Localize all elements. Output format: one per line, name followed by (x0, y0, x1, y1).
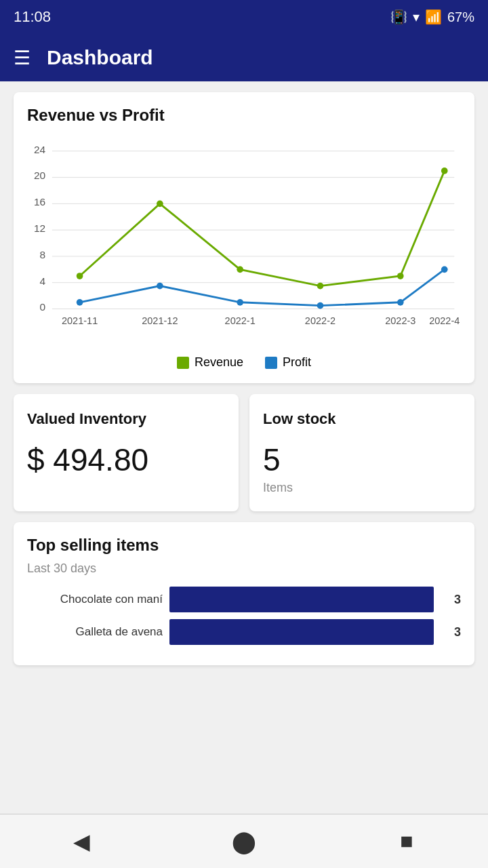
svg-point-25 (441, 167, 448, 174)
svg-point-20 (77, 273, 83, 279)
legend-revenue: Revenue (177, 355, 243, 370)
status-bar: 11:08 📳 ▾ 📶 67% (0, 0, 488, 34)
bar-label-2: Galleta de avena (27, 625, 163, 639)
svg-text:12: 12 (34, 222, 45, 234)
wifi-icon: ▾ (413, 9, 420, 25)
svg-text:2022-4: 2022-4 (429, 315, 460, 326)
svg-point-26 (77, 299, 83, 306)
svg-point-30 (397, 299, 404, 306)
legend-revenue-label: Revenue (195, 355, 243, 370)
bar-row-2: Galleta de avena 3 (27, 619, 461, 645)
low-stock-value: 5 (263, 441, 461, 478)
battery-icon: 67% (447, 9, 474, 25)
svg-text:0: 0 (40, 301, 46, 313)
svg-text:16: 16 (34, 196, 45, 208)
low-stock-card: Low stock 5 Items (249, 394, 474, 511)
bar-track-1 (169, 587, 434, 612)
valued-inventory-value: $ 494.80 (27, 441, 225, 478)
profit-dot (265, 357, 277, 369)
svg-text:2021-11: 2021-11 (62, 315, 98, 326)
svg-text:4: 4 (40, 275, 46, 287)
inventory-row: Valued Inventory $ 494.80 Low stock 5 It… (14, 394, 474, 511)
bar-value-2: 3 (441, 625, 461, 639)
svg-point-27 (157, 283, 163, 290)
recents-button[interactable]: ■ (386, 821, 427, 862)
status-icons: 📳 ▾ 📶 67% (390, 9, 474, 25)
page-title: Dashboard (47, 46, 153, 69)
vibrate-icon: 📳 (390, 9, 407, 25)
home-button[interactable]: ⬤ (224, 821, 264, 862)
low-stock-title: Low stock (263, 410, 461, 428)
bar-row-1: Chocolate con maní 3 (27, 587, 461, 612)
back-button[interactable]: ◀ (61, 821, 102, 862)
signal-icon: 📶 (425, 9, 442, 25)
top-selling-title: Top selling items (27, 536, 461, 555)
legend-profit: Profit (265, 355, 311, 370)
top-nav: ☰ Dashboard (0, 34, 488, 81)
bottom-nav: ◀ ⬤ ■ (0, 814, 488, 868)
svg-text:8: 8 (40, 249, 46, 260)
bar-track-2 (169, 619, 434, 645)
svg-text:2022-1: 2022-1 (225, 315, 256, 326)
hamburger-icon[interactable]: ☰ (14, 47, 30, 69)
svg-point-21 (157, 201, 163, 208)
svg-text:2022-2: 2022-2 (305, 315, 336, 326)
svg-text:2022-3: 2022-3 (385, 315, 415, 326)
svg-text:2021-12: 2021-12 (142, 315, 178, 326)
svg-point-24 (397, 273, 404, 279)
revenue-chart-title: Revenue vs Profit (27, 106, 461, 125)
revenue-chart-card: Revenue vs Profit 0 4 8 12 16 20 24 (14, 92, 474, 383)
svg-point-29 (317, 302, 324, 309)
top-selling-card: Top selling items Last 30 days Chocolate… (14, 522, 474, 665)
svg-point-22 (237, 266, 243, 273)
legend-profit-label: Profit (283, 355, 311, 370)
main-content: Revenue vs Profit 0 4 8 12 16 20 24 (0, 81, 488, 748)
line-chart-svg: 0 4 8 12 16 20 24 2021-11 2021-12 20 (27, 132, 461, 335)
svg-text:24: 24 (34, 144, 46, 155)
bar-value-1: 3 (441, 593, 461, 607)
valued-inventory-title: Valued Inventory (27, 410, 225, 428)
bar-label-1: Chocolate con maní (27, 593, 163, 606)
svg-text:20: 20 (34, 170, 46, 181)
top-selling-subtitle: Last 30 days (27, 561, 461, 576)
valued-inventory-card: Valued Inventory $ 494.80 (14, 394, 239, 511)
status-time: 11:08 (14, 8, 51, 26)
svg-point-28 (237, 299, 243, 306)
svg-point-23 (317, 283, 324, 290)
low-stock-sub: Items (263, 481, 461, 495)
revenue-dot (177, 357, 189, 369)
revenue-chart: 0 4 8 12 16 20 24 2021-11 2021-12 20 (27, 132, 461, 349)
chart-legend: Revenue Profit (27, 355, 461, 370)
svg-point-31 (441, 266, 448, 273)
